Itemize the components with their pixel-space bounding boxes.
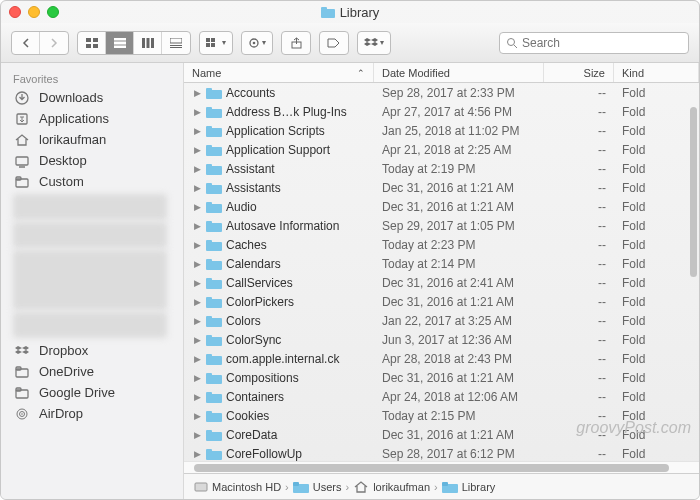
blurred-sidebar-item[interactable] <box>13 312 167 338</box>
sidebar-item-desktop[interactable]: Desktop <box>1 150 183 171</box>
arrange-button[interactable]: ▾ <box>200 32 232 54</box>
table-row[interactable]: ▶Application SupportApr 21, 2018 at 2:25… <box>184 140 699 159</box>
table-row[interactable]: ▶ColorsJan 22, 2017 at 3:25 AM--Fold <box>184 311 699 330</box>
sidebar-item-downloads[interactable]: Downloads <box>1 87 183 108</box>
breadcrumb[interactable]: Library <box>442 481 496 493</box>
action-group: ▾ <box>241 31 273 55</box>
cell-name: ▶Autosave Information <box>184 219 374 233</box>
view-column-button[interactable] <box>134 32 162 54</box>
file-name: Application Scripts <box>226 124 325 138</box>
column-size[interactable]: Size <box>544 63 614 82</box>
disclosure-triangle-icon[interactable]: ▶ <box>192 335 202 345</box>
disclosure-triangle-icon[interactable]: ▶ <box>192 411 202 421</box>
table-row[interactable]: ▶ColorPickersDec 31, 2016 at 1:21 AM--Fo… <box>184 292 699 311</box>
sidebar-item-onedrive[interactable]: OneDrive <box>1 361 183 382</box>
disclosure-triangle-icon[interactable]: ▶ <box>192 183 202 193</box>
search-field[interactable] <box>499 32 689 54</box>
sidebar-item-lorikaufman[interactable]: lorikaufman <box>1 129 183 150</box>
sidebar-item-google-drive[interactable]: Google Drive <box>1 382 183 403</box>
table-row[interactable]: ▶CallServicesDec 31, 2016 at 2:41 AM--Fo… <box>184 273 699 292</box>
share-button[interactable] <box>282 32 310 54</box>
table-row[interactable]: ▶AudioDec 31, 2016 at 1:21 AM--Fold <box>184 197 699 216</box>
svg-rect-54 <box>206 240 212 244</box>
folder-icon <box>206 182 222 194</box>
sidebar-item-custom[interactable]: Custom <box>1 171 183 192</box>
breadcrumb[interactable]: lorikaufman <box>353 480 430 494</box>
blurred-sidebar-item[interactable] <box>13 250 167 310</box>
table-row[interactable]: ▶CoreFollowUpSep 28, 2017 at 6:12 PM--Fo… <box>184 444 699 461</box>
rows[interactable]: ▶AccountsSep 28, 2017 at 2:33 PM--Fold▶A… <box>184 83 699 461</box>
cell-date: Dec 31, 2016 at 1:21 AM <box>374 428 544 442</box>
cell-name: ▶Assistants <box>184 181 374 195</box>
dropbox-button[interactable]: ▾ <box>358 32 390 54</box>
svg-rect-64 <box>206 335 212 339</box>
disclosure-triangle-icon[interactable]: ▶ <box>192 240 202 250</box>
table-row[interactable]: ▶CompositionsDec 31, 2016 at 1:21 AM--Fo… <box>184 368 699 387</box>
disclosure-triangle-icon[interactable]: ▶ <box>192 202 202 212</box>
tags-button[interactable] <box>320 32 348 54</box>
table-row[interactable]: ▶ContainersApr 24, 2018 at 12:06 AM--Fol… <box>184 387 699 406</box>
svg-rect-46 <box>206 164 212 168</box>
table-row[interactable]: ▶Autosave InformationSep 29, 2017 at 1:0… <box>184 216 699 235</box>
cell-name: ▶Assistant <box>184 162 374 176</box>
breadcrumb-label: lorikaufman <box>373 481 430 493</box>
disclosure-triangle-icon[interactable]: ▶ <box>192 107 202 117</box>
action-button[interactable]: ▾ <box>242 32 272 54</box>
blurred-sidebar-item[interactable] <box>13 194 167 220</box>
folder-icon <box>206 239 222 251</box>
disclosure-triangle-icon[interactable]: ▶ <box>192 449 202 459</box>
sidebar-item-applications[interactable]: Applications <box>1 108 183 129</box>
disclosure-triangle-icon[interactable]: ▶ <box>192 164 202 174</box>
table-row[interactable]: ▶CalendarsToday at 2:14 PM--Fold <box>184 254 699 273</box>
cell-size: -- <box>544 86 614 100</box>
back-button[interactable] <box>12 32 40 54</box>
disclosure-triangle-icon[interactable]: ▶ <box>192 145 202 155</box>
disclosure-triangle-icon[interactable]: ▶ <box>192 259 202 269</box>
cell-size: -- <box>544 105 614 119</box>
vertical-scrollbar[interactable] <box>690 107 697 277</box>
disclosure-triangle-icon[interactable]: ▶ <box>192 430 202 440</box>
titlebar[interactable]: Library <box>1 1 699 23</box>
disclosure-triangle-icon[interactable]: ▶ <box>192 221 202 231</box>
search-input[interactable] <box>522 36 682 50</box>
table-row[interactable]: ▶CookiesToday at 2:15 PM--Fold <box>184 406 699 425</box>
cell-size: -- <box>544 276 614 290</box>
column-headers: Name⌃ Date Modified Size Kind <box>184 63 699 83</box>
view-coverflow-button[interactable] <box>162 32 190 54</box>
disclosure-triangle-icon[interactable]: ▶ <box>192 88 202 98</box>
horizontal-scrollbar-track[interactable] <box>184 461 699 473</box>
folder-icon <box>13 386 31 400</box>
disclosure-triangle-icon[interactable]: ▶ <box>192 392 202 402</box>
disclosure-triangle-icon[interactable]: ▶ <box>192 316 202 326</box>
table-row[interactable]: ▶CachesToday at 2:23 PM--Fold <box>184 235 699 254</box>
table-row[interactable]: ▶Address B…k Plug-InsApr 27, 2017 at 4:5… <box>184 102 699 121</box>
disclosure-triangle-icon[interactable]: ▶ <box>192 278 202 288</box>
disclosure-triangle-icon[interactable]: ▶ <box>192 297 202 307</box>
svg-rect-26 <box>16 157 28 165</box>
disclosure-triangle-icon[interactable]: ▶ <box>192 373 202 383</box>
sidebar-item-airdrop[interactable]: AirDrop <box>1 403 183 424</box>
table-row[interactable]: ▶ColorSyncJun 3, 2017 at 12:36 AM--Fold <box>184 330 699 349</box>
table-row[interactable]: ▶Application ScriptsJan 25, 2018 at 11:0… <box>184 121 699 140</box>
table-row[interactable]: ▶CoreDataDec 31, 2016 at 1:21 AM--Fold <box>184 425 699 444</box>
forward-button[interactable] <box>40 32 68 54</box>
breadcrumb[interactable]: Users <box>293 481 342 493</box>
table-row[interactable]: ▶com.apple.internal.ckApr 28, 2018 at 2:… <box>184 349 699 368</box>
cell-name: ▶CoreFollowUp <box>184 447 374 461</box>
sidebar-item-dropbox[interactable]: Dropbox <box>1 340 183 361</box>
column-date[interactable]: Date Modified <box>374 63 544 82</box>
table-row[interactable]: ▶AccountsSep 28, 2017 at 2:33 PM--Fold <box>184 83 699 102</box>
view-list-button[interactable] <box>106 32 134 54</box>
column-name[interactable]: Name⌃ <box>184 63 374 82</box>
breadcrumb[interactable]: Macintosh HD <box>194 481 281 493</box>
horizontal-scrollbar-thumb[interactable] <box>194 464 669 472</box>
column-kind[interactable]: Kind <box>614 63 699 82</box>
blurred-sidebar-item[interactable] <box>13 222 167 248</box>
disclosure-triangle-icon[interactable]: ▶ <box>192 126 202 136</box>
svg-rect-12 <box>170 38 182 43</box>
disclosure-triangle-icon[interactable]: ▶ <box>192 354 202 364</box>
view-icon-button[interactable] <box>78 32 106 54</box>
disk-icon <box>194 481 208 493</box>
table-row[interactable]: ▶AssistantToday at 2:19 PM--Fold <box>184 159 699 178</box>
table-row[interactable]: ▶AssistantsDec 31, 2016 at 1:21 AM--Fold <box>184 178 699 197</box>
